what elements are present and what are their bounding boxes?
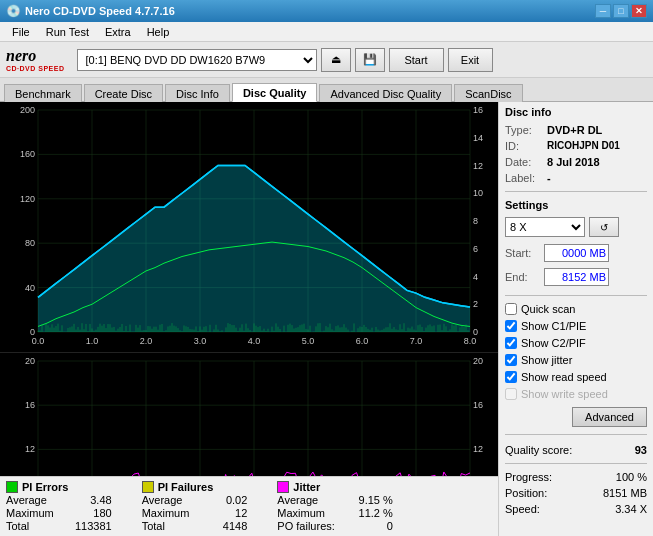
pi-failures-stats: PI Failures Average 0.02 Maximum 12 Tota…	[142, 481, 248, 532]
jitter-avg-val: 9.15 %	[343, 494, 393, 506]
main-content: PI Errors Average 3.48 Maximum 180 Total…	[0, 102, 653, 536]
progress-label: Progress:	[505, 471, 552, 483]
pi-errors-max-row: Maximum 180	[6, 507, 112, 519]
position-row: Position: 8151 MB	[505, 487, 647, 499]
disc-eject-button[interactable]: ⏏	[321, 48, 351, 72]
disc-id-label: ID:	[505, 140, 543, 152]
jitter-max-row: Maximum 11.2 %	[277, 507, 392, 519]
jitter-color	[277, 481, 289, 493]
show-write-speed-label: Show write speed	[521, 388, 608, 400]
charts-panel: PI Errors Average 3.48 Maximum 180 Total…	[0, 102, 498, 536]
settings-refresh-button[interactable]: ↺	[589, 217, 619, 237]
jitter-po-label: PO failures:	[277, 520, 334, 532]
pi-failures-total-val: 4148	[197, 520, 247, 532]
right-panel: Disc info Type: DVD+R DL ID: RICOHJPN D0…	[498, 102, 653, 536]
show-jitter-label: Show jitter	[521, 354, 572, 366]
advanced-button[interactable]: Advanced	[572, 407, 647, 427]
position-label: Position:	[505, 487, 547, 499]
position-val: 8151 MB	[603, 487, 647, 499]
app-title: Nero CD-DVD Speed 4.7.7.16	[25, 5, 175, 17]
menu-file[interactable]: File	[4, 24, 38, 40]
tab-disc-info[interactable]: Disc Info	[165, 84, 230, 102]
toolbar: nero CD·DVD SPEED [0:1] BENQ DVD DD DW16…	[0, 42, 653, 78]
pi-errors-avg-row: Average 3.48	[6, 494, 112, 506]
speed-select[interactable]: 8 X	[505, 217, 585, 237]
disc-id-row: ID: RICOHJPN D01	[505, 140, 647, 152]
title-bar: 💿 Nero CD-DVD Speed 4.7.7.16 ─ □ ✕	[0, 0, 653, 22]
minimize-button[interactable]: ─	[595, 4, 611, 18]
top-chart	[0, 102, 498, 352]
show-jitter-row: Show jitter	[505, 354, 647, 366]
logo-sub: CD·DVD SPEED	[6, 65, 65, 72]
show-c1-checkbox[interactable]	[505, 320, 517, 332]
close-button[interactable]: ✕	[631, 4, 647, 18]
quick-scan-checkbox[interactable]	[505, 303, 517, 315]
jitter-max-val: 11.2 %	[343, 507, 393, 519]
show-c1-label: Show C1/PIE	[521, 320, 586, 332]
show-read-speed-checkbox[interactable]	[505, 371, 517, 383]
pi-errors-stats: PI Errors Average 3.48 Maximum 180 Total…	[6, 481, 112, 532]
jitter-avg-row: Average 9.15 %	[277, 494, 392, 506]
show-c2-checkbox[interactable]	[505, 337, 517, 349]
pi-errors-total-val: 113381	[62, 520, 112, 532]
pi-errors-avg-val: 3.48	[62, 494, 112, 506]
pi-errors-total-label: Total	[6, 520, 29, 532]
pi-failures-color	[142, 481, 154, 493]
exit-button[interactable]: Exit	[448, 48, 493, 72]
tab-bar: Benchmark Create Disc Disc Info Disc Qua…	[0, 78, 653, 102]
tab-create-disc[interactable]: Create Disc	[84, 84, 163, 102]
menu-help[interactable]: Help	[139, 24, 178, 40]
show-jitter-checkbox[interactable]	[505, 354, 517, 366]
quality-score-val: 93	[635, 444, 647, 456]
disc-date-val: 8 Jul 2018	[547, 156, 600, 168]
jitter-stats: Jitter Average 9.15 % Maximum 11.2 % PO …	[277, 481, 392, 532]
tab-disc-quality[interactable]: Disc Quality	[232, 83, 318, 102]
disc-type-label: Type:	[505, 124, 543, 136]
menu-run-test[interactable]: Run Test	[38, 24, 97, 40]
end-field: End:	[505, 268, 647, 286]
menu-extra[interactable]: Extra	[97, 24, 139, 40]
show-write-speed-checkbox	[505, 388, 517, 400]
logo: nero CD·DVD SPEED	[6, 47, 65, 72]
quality-score-label: Quality score:	[505, 444, 572, 456]
save-button[interactable]: 💾	[355, 48, 385, 72]
pi-failures-avg-label: Average	[142, 494, 183, 506]
pi-errors-avg-label: Average	[6, 494, 47, 506]
disc-info-title: Disc info	[505, 106, 647, 118]
jitter-po-val: 0	[343, 520, 393, 532]
end-input[interactable]	[544, 268, 609, 286]
speed-row: 8 X ↺	[505, 217, 647, 237]
tab-benchmark[interactable]: Benchmark	[4, 84, 82, 102]
progress-row: Progress: 100 %	[505, 471, 647, 483]
disc-date-label: Date:	[505, 156, 543, 168]
pi-failures-total-row: Total 4148	[142, 520, 248, 532]
jitter-avg-label: Average	[277, 494, 318, 506]
quick-scan-label: Quick scan	[521, 303, 575, 315]
quality-score-row: Quality score: 93	[505, 444, 647, 456]
show-c2-row: Show C2/PIF	[505, 337, 647, 349]
pi-failures-max-row: Maximum 12	[142, 507, 248, 519]
maximize-button[interactable]: □	[613, 4, 629, 18]
pi-errors-label: PI Errors	[22, 481, 68, 493]
pi-failures-avg-val: 0.02	[197, 494, 247, 506]
divider-4	[505, 463, 647, 464]
show-c2-label: Show C2/PIF	[521, 337, 586, 349]
start-input[interactable]	[544, 244, 609, 262]
charts-row	[0, 102, 498, 476]
pi-errors-max-label: Maximum	[6, 507, 54, 519]
divider-2	[505, 295, 647, 296]
pi-errors-max-val: 180	[62, 507, 112, 519]
logo-nero: nero	[6, 47, 36, 65]
pi-failures-max-val: 12	[197, 507, 247, 519]
tab-advanced-disc-quality[interactable]: Advanced Disc Quality	[319, 84, 452, 102]
start-button[interactable]: Start	[389, 48, 444, 72]
disc-label-val: -	[547, 172, 551, 184]
disc-label-label: Label:	[505, 172, 543, 184]
speed-label: Speed:	[505, 503, 540, 515]
progress-val: 100 %	[616, 471, 647, 483]
end-label: End:	[505, 271, 540, 283]
speed-val: 3.34 X	[615, 503, 647, 515]
drive-select[interactable]: [0:1] BENQ DVD DD DW1620 B7W9	[77, 49, 317, 71]
tab-scandisc[interactable]: ScanDisc	[454, 84, 522, 102]
pi-errors-total-row: Total 113381	[6, 520, 112, 532]
